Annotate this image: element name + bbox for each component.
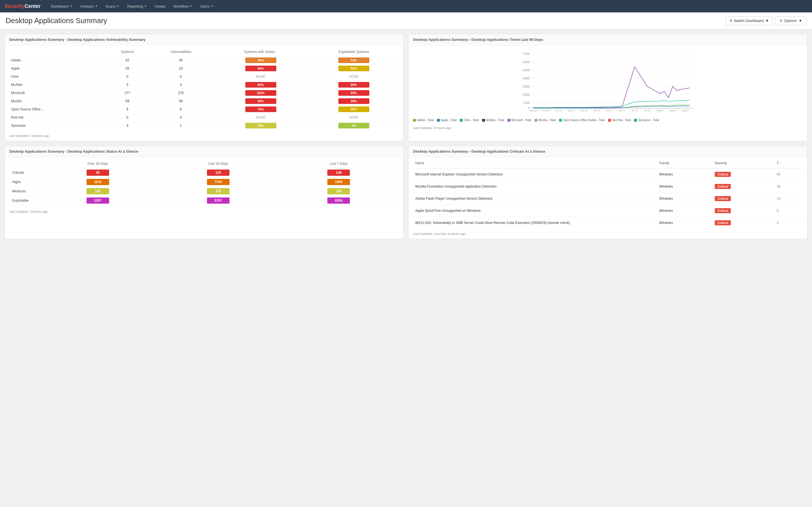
criticals-table: Name Family Severity T... Microsoft Inte… bbox=[412, 158, 804, 229]
row-sys-with-vuln: 98% bbox=[213, 97, 308, 105]
svg-text:Jul 31: Jul 31 bbox=[644, 109, 651, 112]
legend-color-dot bbox=[634, 119, 637, 122]
nav-assets[interactable]: Assets bbox=[151, 3, 169, 10]
row-last7: 145 bbox=[278, 187, 399, 196]
nav-dashboard[interactable]: Dashboard ▼ bbox=[47, 3, 76, 10]
row-sys-with-vuln: 80% bbox=[213, 81, 308, 89]
options-button[interactable]: ⚙ Options ▼ bbox=[775, 16, 806, 25]
legend-label: Open Source Office Suites - Total bbox=[563, 119, 605, 122]
row-systems: 5 bbox=[106, 81, 149, 89]
row-sys-with-vuln: 58% bbox=[213, 56, 308, 64]
legend-label: Mozilla - Total bbox=[539, 119, 556, 122]
legend-color-dot bbox=[507, 119, 510, 122]
table-row: Microsoft277276100%99% bbox=[9, 89, 399, 97]
caret-icon: ▼ bbox=[117, 5, 119, 8]
table-row: MS11-020: Vulnerability in SMB Server Co… bbox=[412, 217, 804, 229]
vulnerability-summary-panel: Desktop Applications Summary - Desktop A… bbox=[4, 34, 404, 141]
row-systems: 26 bbox=[106, 64, 149, 73]
row-name: Microsoft bbox=[9, 89, 106, 97]
row-name: Symantec bbox=[9, 122, 106, 130]
table-row: Red Hat00NONENONE bbox=[9, 114, 399, 122]
crit-count: 6 bbox=[773, 205, 804, 217]
switch-dashboard-button[interactable]: ⊞ Switch Dashboard ▼ bbox=[725, 16, 773, 25]
legend-label: Citrix - Total bbox=[464, 119, 479, 122]
severity-badge: Critical bbox=[715, 184, 731, 189]
table-row: Microsoft Internet Explorer Unsupported … bbox=[412, 168, 804, 180]
nav-reporting[interactable]: Reporting ▼ bbox=[124, 3, 150, 10]
table-row: Citrix00NONENONE bbox=[9, 73, 399, 81]
nav-analysis[interactable]: Analysis ▼ bbox=[77, 3, 101, 10]
nav-menu: Dashboard ▼ Analysis ▼ Scans ▼ Reporting… bbox=[47, 3, 216, 10]
caret-icon: ▼ bbox=[190, 5, 192, 8]
trend-panel-title: Desktop Applications Summary - Desktop A… bbox=[409, 34, 807, 45]
crit-name: Apple QuickTime Unsupported on Windows bbox=[412, 205, 656, 217]
row-vulns: 0 bbox=[149, 73, 213, 81]
table-row: Adobe523058%52% bbox=[9, 56, 399, 64]
col-exploitable: Exploitable Systems bbox=[309, 48, 399, 56]
row-vulns: 0 bbox=[149, 114, 213, 122]
col-name bbox=[9, 48, 106, 56]
page-header: Desktop Applications Summary ⊞ Switch Da… bbox=[0, 12, 812, 29]
criticals-panel: Desktop Applications Summary - Desktop A… bbox=[408, 146, 808, 239]
chart-legend: Adobe - TotalApple - TotalCitrix - Total… bbox=[409, 116, 807, 124]
row-name: Highs bbox=[9, 177, 38, 187]
row-over30: 45 bbox=[38, 168, 158, 177]
svg-text:7,000: 7,000 bbox=[522, 52, 529, 55]
col-vulns: Vulnerabilities bbox=[149, 48, 213, 56]
row-systems: 0 bbox=[106, 114, 149, 122]
row-exploitable: 99% bbox=[309, 89, 399, 97]
gear-icon: ⚙ bbox=[779, 19, 782, 22]
crit-severity: Critical bbox=[711, 193, 773, 205]
trend-chart-panel: Desktop Applications Summary - Desktop A… bbox=[408, 34, 808, 141]
row-exploitable: 0% bbox=[309, 122, 399, 130]
table-row: Apple QuickTime Unsupported on WindowsWi… bbox=[412, 205, 804, 217]
row-last7: 1905 bbox=[278, 177, 399, 187]
row-systems: 8 bbox=[106, 105, 149, 114]
nav-scans[interactable]: Scans ▼ bbox=[102, 3, 123, 10]
legend-color-dot bbox=[482, 119, 485, 122]
status-last-updated: Last Updated: 19 hours ago bbox=[5, 208, 403, 217]
row-vulns: 6 bbox=[149, 105, 213, 114]
row-systems: 0 bbox=[106, 73, 149, 81]
crit-name: Mozilla Foundation Unsupported Applicati… bbox=[412, 180, 656, 193]
legend-label: Microsoft - Total bbox=[511, 119, 531, 122]
row-systems: 3 bbox=[106, 122, 149, 130]
col-crit-severity: Severity bbox=[711, 158, 773, 168]
table-row: Exploitable129757676304 bbox=[9, 196, 399, 205]
nav-users[interactable]: Users ▼ bbox=[197, 3, 216, 10]
legend-label: Apple - Total bbox=[441, 119, 456, 122]
chart-area: 7,000 6,000 5,000 4,000 3,000 2,000 1,00… bbox=[409, 45, 807, 116]
row-name: Citrix bbox=[9, 73, 106, 81]
row-systems: 59 bbox=[106, 97, 149, 105]
svg-text:Jun 12: Jun 12 bbox=[555, 109, 562, 112]
legend-item: Citrix - Total bbox=[460, 119, 479, 122]
svg-text:Jun 05: Jun 05 bbox=[543, 109, 550, 112]
row-last7: 6304 bbox=[278, 196, 399, 205]
crit-family: Windows bbox=[656, 205, 711, 217]
row-vulns: 30 bbox=[149, 56, 213, 64]
svg-text:2,000: 2,000 bbox=[522, 93, 529, 96]
row-exploitable: 50% bbox=[309, 105, 399, 114]
legend-color-dot bbox=[559, 119, 562, 122]
crit-name: Adobe Flash Player Unsupported Version D… bbox=[412, 193, 656, 205]
row-over30: 155 bbox=[38, 187, 158, 196]
row-last30: 5767 bbox=[158, 196, 278, 205]
row-sys-with-vuln: NONE bbox=[213, 73, 308, 81]
row-vulns: 276 bbox=[149, 89, 213, 97]
crit-count: 14 bbox=[773, 193, 804, 205]
vulnerability-table: Systems Vulnerabilities Systems with Vul… bbox=[9, 48, 399, 129]
row-systems: 52 bbox=[106, 56, 149, 64]
legend-item: Mozilla - Total bbox=[535, 119, 556, 122]
col-sys-with-vuln: Systems with Vulner... bbox=[213, 48, 308, 56]
row-exploitable: NONE bbox=[309, 73, 399, 81]
crit-name: MS11-020: Vulnerability in SMB Server Co… bbox=[412, 217, 656, 229]
svg-text:Jul 10: Jul 10 bbox=[606, 109, 612, 112]
svg-text:5,000: 5,000 bbox=[522, 69, 529, 72]
grid-icon: ⊞ bbox=[730, 19, 732, 22]
nav-workflow[interactable]: Workflow ▼ bbox=[170, 3, 195, 10]
caret-icon: ▼ bbox=[211, 5, 213, 8]
row-name: Criticals bbox=[9, 168, 38, 177]
criticals-last-updated: Last Updated: Less than a minute ago bbox=[409, 230, 807, 239]
legend-item: Open Source Office Suites - Total bbox=[559, 119, 605, 122]
table-row: Mediums155479145 bbox=[9, 187, 399, 196]
